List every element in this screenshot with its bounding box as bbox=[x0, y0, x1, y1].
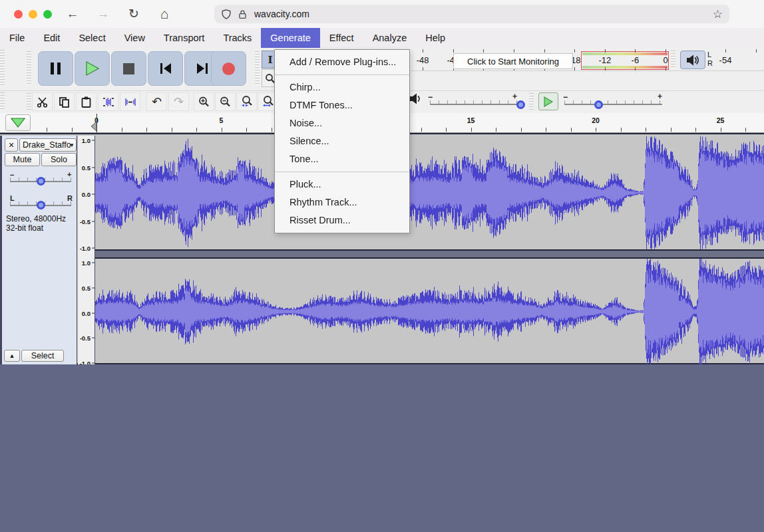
record-scale-tick bbox=[605, 67, 606, 70]
play-at-speed-button[interactable] bbox=[538, 92, 558, 110]
generate-menu-item-dtmf-tones[interactable]: DTMF Tones... bbox=[275, 96, 409, 114]
meter-gradient-bottom bbox=[582, 66, 668, 68]
amplitude-scale-dash bbox=[92, 338, 95, 338]
amplitude-scale-label: -0.5 bbox=[80, 217, 91, 225]
bookmark-star-icon[interactable]: ☆ bbox=[713, 7, 723, 21]
menu-select[interactable]: Select bbox=[69, 28, 114, 48]
volume-slider[interactable] bbox=[430, 104, 520, 105]
generate-menu-item-noise[interactable]: Noise... bbox=[275, 114, 409, 132]
paste-icon bbox=[81, 96, 92, 108]
speed-slider[interactable] bbox=[564, 104, 662, 105]
traffic-light-close[interactable] bbox=[14, 10, 23, 19]
menu-generate[interactable]: Generate bbox=[261, 28, 319, 48]
menu-file[interactable]: File bbox=[0, 28, 34, 48]
playback-meter-grip[interactable] bbox=[671, 51, 675, 69]
generate-menu-item-tone[interactable]: Tone... bbox=[275, 150, 409, 168]
amplitude-scale-label: 0.5 bbox=[82, 284, 91, 291]
skip-to-start-button[interactable] bbox=[148, 51, 183, 86]
waveform-channel-1[interactable] bbox=[95, 136, 764, 249]
close-track-button[interactable]: × bbox=[5, 138, 18, 152]
cut-button[interactable] bbox=[32, 92, 53, 111]
ruler-tick bbox=[596, 128, 596, 132]
collapse-track-button[interactable]: ▲ bbox=[4, 350, 20, 362]
generate-menu-item-risset-drum[interactable]: Risset Drum... bbox=[275, 211, 409, 229]
trim-audio-button[interactable] bbox=[98, 92, 118, 111]
zoom-selection-icon bbox=[241, 96, 253, 108]
window-grip[interactable] bbox=[0, 50, 5, 87]
amplitude-scale-dash bbox=[92, 221, 95, 221]
mixer-speaker-icon bbox=[409, 93, 421, 105]
speed-slider-thumb[interactable] bbox=[594, 100, 603, 109]
copy-button[interactable] bbox=[54, 92, 75, 111]
menu-analyze[interactable]: Analyze bbox=[363, 28, 417, 48]
url-text[interactable]: wavacity.com bbox=[254, 9, 309, 19]
tools-toolbar-grip[interactable] bbox=[255, 51, 260, 86]
menu-help[interactable]: Help bbox=[416, 28, 455, 48]
stop-button[interactable] bbox=[111, 51, 146, 86]
menu-separator bbox=[275, 74, 409, 75]
record-scale-label: 0 bbox=[663, 55, 668, 65]
zoom-to-selection-button[interactable] bbox=[236, 92, 257, 111]
generate-menu-item-chirp[interactable]: Chirp... bbox=[275, 78, 409, 96]
timeline-options-button[interactable] bbox=[5, 114, 31, 131]
silence-audio-button[interactable] bbox=[120, 92, 140, 111]
generate-menu-item-rhythm-track[interactable]: Rhythm Track... bbox=[275, 194, 409, 211]
play-at-speed-grip[interactable] bbox=[529, 93, 534, 110]
gain-slider-thumb[interactable] bbox=[37, 177, 45, 186]
amplitude-scale-dash bbox=[92, 363, 95, 364]
left-channel-label: L bbox=[707, 51, 713, 59]
window-grip2[interactable] bbox=[0, 92, 5, 111]
menu-effect[interactable]: Effect bbox=[320, 28, 363, 48]
vertical-scale-ruler[interactable]: 1.00.50.0-0.5-1.01.00.50.0-0.5-1.0 bbox=[78, 136, 95, 364]
record-meter-bar[interactable] bbox=[581, 51, 669, 70]
pan-slider-thumb[interactable] bbox=[37, 201, 45, 209]
pause-button[interactable] bbox=[38, 51, 73, 86]
shield-icon[interactable] bbox=[221, 9, 232, 20]
monitor-message[interactable]: Click to Start Monitoring bbox=[453, 53, 573, 69]
zoom-in-button[interactable] bbox=[194, 92, 214, 111]
playhead-flag-icon[interactable] bbox=[91, 122, 97, 132]
record-button[interactable] bbox=[211, 51, 246, 86]
transport-toolbar-grip[interactable] bbox=[27, 51, 31, 86]
zoom-out-button[interactable] bbox=[215, 92, 236, 111]
ruler-tick bbox=[196, 128, 197, 132]
solo-button[interactable]: Solo bbox=[41, 153, 77, 166]
waveform-channel-2[interactable] bbox=[95, 259, 764, 364]
record-scale-tick bbox=[544, 49, 545, 53]
menu-edit[interactable]: Edit bbox=[34, 28, 69, 48]
lock-icon[interactable] bbox=[238, 9, 248, 20]
playback-meter-button[interactable] bbox=[680, 51, 705, 69]
forward-button[interactable]: → bbox=[95, 5, 112, 23]
back-button[interactable]: ← bbox=[64, 5, 81, 23]
volume-slider-thumb[interactable] bbox=[516, 100, 525, 109]
fit-project-icon bbox=[262, 96, 274, 108]
ruler-tick bbox=[246, 128, 247, 132]
traffic-light-zoom[interactable] bbox=[43, 10, 52, 19]
ruler-tick bbox=[172, 128, 172, 132]
undo-button[interactable]: ↶ bbox=[146, 92, 167, 111]
home-button[interactable]: ⌂ bbox=[156, 5, 173, 23]
menu-view[interactable]: View bbox=[115, 28, 154, 48]
play-icon bbox=[85, 61, 100, 76]
play-button[interactable] bbox=[75, 51, 110, 86]
track-select-button[interactable]: Select bbox=[21, 350, 64, 362]
generate-menu-item-silence[interactable]: Silence... bbox=[275, 132, 409, 150]
generate-menu-item-pluck[interactable]: Pluck... bbox=[275, 176, 409, 194]
ruler-tick bbox=[47, 128, 47, 132]
silence-audio-icon bbox=[124, 96, 136, 108]
traffic-light-minimize[interactable] bbox=[29, 10, 37, 19]
menu-tracks[interactable]: Tracks bbox=[214, 28, 261, 48]
redo-button[interactable]: ↷ bbox=[168, 92, 189, 111]
paste-button[interactable] bbox=[76, 92, 96, 111]
record-scale-label: -6 bbox=[632, 55, 640, 65]
amplitude-scale-label: 0.0 bbox=[82, 191, 91, 198]
url-bar[interactable]: wavacity.com ☆ bbox=[214, 5, 729, 23]
generate-menu-item-add-remove-plug-ins[interactable]: Add / Remove Plug-ins... bbox=[275, 53, 409, 71]
menu-transport[interactable]: Transport bbox=[154, 28, 214, 48]
meter-channel-labels: L R bbox=[707, 51, 713, 68]
select-label: Select bbox=[31, 351, 55, 360]
track-name-button[interactable]: Drake_Staffo ▼ bbox=[19, 138, 77, 152]
edit-toolbar-grip[interactable] bbox=[27, 93, 31, 110]
reload-button[interactable]: ↻ bbox=[125, 5, 142, 23]
mute-button[interactable]: Mute bbox=[5, 153, 40, 166]
